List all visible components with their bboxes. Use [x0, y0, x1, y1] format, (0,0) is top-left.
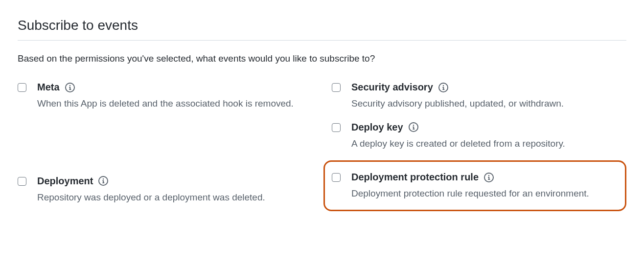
event-content: Deploy key A deploy key is created or de…: [351, 122, 626, 151]
checkbox-wrapper: [332, 82, 341, 94]
event-content: Meta When this App is deleted and the as…: [37, 82, 312, 111]
event-header: Deployment protection rule: [351, 172, 617, 183]
event-description-security-advisory: Security advisory published, updated, or…: [351, 97, 626, 111]
spacer: [18, 122, 312, 175]
event-title-meta: Meta: [37, 82, 60, 93]
section-title: Subscribe to events: [18, 18, 626, 33]
checkbox-wrapper: [18, 175, 26, 188]
section-divider: [18, 40, 626, 41]
event-content: Deployment protection rule Deployment pr…: [351, 172, 617, 201]
event-title-deployment: Deployment: [37, 175, 93, 187]
checkbox-wrapper: [332, 122, 341, 134]
checkbox-deployment[interactable]: [18, 177, 26, 186]
info-icon[interactable]: [483, 172, 494, 183]
event-description-deployment-protection-rule: Deployment protection rule requested for…: [351, 187, 617, 201]
event-item-deployment: Deployment Repository was deployed or a …: [18, 175, 312, 205]
checkbox-deployment-protection-rule[interactable]: [332, 173, 341, 182]
event-item-deploy-key: Deploy key A deploy key is created or de…: [332, 122, 626, 151]
events-column-right: Security advisory Security advisory publ…: [332, 82, 626, 222]
events-column-left: Meta When this App is deleted and the as…: [18, 82, 312, 222]
section-description: Based on the permissions you've selected…: [18, 53, 626, 64]
checkbox-security-advisory[interactable]: [332, 83, 341, 92]
event-description-deployment: Repository was deployed or a deployment …: [37, 191, 312, 205]
event-header: Security advisory: [351, 82, 626, 93]
event-title-security-advisory: Security advisory: [351, 82, 433, 93]
event-item-meta: Meta When this App is deleted and the as…: [18, 82, 312, 111]
checkbox-meta[interactable]: [18, 83, 26, 92]
event-header: Deployment: [37, 175, 312, 187]
event-content: Deployment Repository was deployed or a …: [37, 175, 312, 205]
info-icon[interactable]: [438, 82, 449, 93]
event-content: Security advisory Security advisory publ…: [351, 82, 626, 111]
event-title-deployment-protection-rule: Deployment protection rule: [351, 172, 479, 183]
checkbox-deploy-key[interactable]: [332, 123, 341, 132]
event-item-security-advisory: Security advisory Security advisory publ…: [332, 82, 626, 111]
event-description-deploy-key: A deploy key is created or deleted from …: [351, 137, 626, 151]
event-item-deployment-protection-rule: Deployment protection rule Deployment pr…: [323, 160, 626, 211]
event-header: Meta: [37, 82, 312, 93]
event-header: Deploy key: [351, 122, 626, 133]
checkbox-wrapper: [18, 82, 26, 94]
event-description-meta: When this App is deleted and the associa…: [37, 97, 312, 111]
checkbox-wrapper: [332, 172, 341, 184]
info-icon[interactable]: [98, 175, 109, 186]
events-grid: Meta When this App is deleted and the as…: [18, 82, 626, 222]
info-icon[interactable]: [65, 82, 75, 93]
info-icon[interactable]: [408, 122, 419, 132]
event-title-deploy-key: Deploy key: [351, 122, 403, 133]
